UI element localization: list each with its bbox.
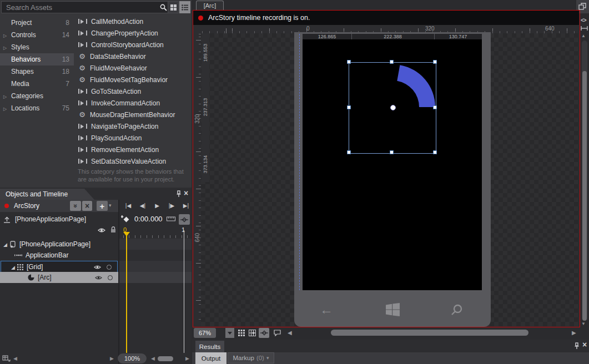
- playhead-line[interactable]: [126, 232, 127, 353]
- horizontal-scrollbar-thumb[interactable]: [331, 330, 528, 336]
- vertical-scrollbar-thumb[interactable]: [582, 71, 587, 321]
- grid-line-adorner[interactable]: [299, 34, 300, 290]
- asset-item[interactable]: GoToStateAction: [74, 85, 192, 97]
- tree-row-phoneapplicationpage[interactable]: [PhoneApplicationPage]: [0, 239, 118, 250]
- snap-to-snaplines-button[interactable]: [259, 328, 269, 338]
- asset-item[interactable]: NavigateToPageAction: [74, 120, 192, 132]
- pin-icon[interactable]: [573, 342, 580, 350]
- asset-item[interactable]: FluidMoveSetTagBehavior: [74, 74, 192, 85]
- assets-category-categories[interactable]: Categories: [0, 90, 74, 102]
- assets-category-controls[interactable]: Controls14: [0, 29, 74, 41]
- zoom-dropdown-button[interactable]: [225, 328, 234, 338]
- asset-item[interactable]: MouseDragElementBehavior: [74, 109, 192, 120]
- resize-handle-s[interactable]: [390, 150, 394, 154]
- resize-handle-se[interactable]: [433, 150, 437, 154]
- resize-handle-nw[interactable]: [347, 60, 351, 64]
- asset-item[interactable]: SetDataStoreValueAction: [74, 155, 192, 167]
- show-annotations-button[interactable]: [273, 328, 282, 338]
- output-tab[interactable]: Output: [195, 352, 226, 364]
- expander-icon[interactable]: [3, 240, 7, 248]
- resize-handle-ne[interactable]: [433, 60, 437, 64]
- timeline-scroll-left-arrow[interactable]: [151, 356, 155, 361]
- resize-handle-n[interactable]: [390, 60, 394, 64]
- new-storyboard-button[interactable]: [97, 201, 108, 211]
- xaml-view-icon[interactable]: [581, 16, 586, 24]
- close-icon[interactable]: [582, 340, 587, 349]
- assets-category-behaviors[interactable]: Behaviors13: [0, 53, 74, 65]
- playhead-marker[interactable]: [123, 232, 130, 236]
- scope-up-icon[interactable]: [3, 216, 11, 223]
- asset-item[interactable]: InvokeCommandAction: [74, 97, 192, 109]
- markup-tab[interactable]: Markup (0): [228, 352, 274, 363]
- asset-item[interactable]: RemoveElementAction: [74, 144, 192, 155]
- go-to-first-frame-button[interactable]: [122, 203, 134, 209]
- split-view-icon[interactable]: [581, 26, 588, 31]
- document-tab-arc[interactable]: [Arc]: [196, 1, 224, 10]
- expander-icon[interactable]: [0, 31, 11, 39]
- storyboard-options-dropdown[interactable]: [109, 203, 112, 208]
- tree-row-arc-selected[interactable]: [Arc]: [0, 272, 118, 283]
- artboard-scroll-right-arrow[interactable]: [572, 330, 576, 336]
- snap-toggle-button[interactable]: [179, 214, 190, 225]
- search-assets-input[interactable]: Search Assets: [1, 1, 171, 13]
- animation-ring-icon[interactable]: [107, 265, 112, 270]
- artboard-scroll-left-arrow[interactable]: [288, 330, 292, 336]
- visibility-eye-icon[interactable]: [94, 265, 101, 270]
- timeline-zoom-field[interactable]: 100%: [118, 353, 147, 363]
- asset-item[interactable]: CallMethodAction: [74, 16, 192, 27]
- record-keyframe-icon[interactable]: [121, 215, 129, 223]
- assets-category-project[interactable]: Project8: [0, 17, 74, 29]
- expander-icon[interactable]: [0, 92, 11, 100]
- animation-ring-icon[interactable]: [108, 275, 113, 280]
- resize-handle-e[interactable]: [433, 105, 437, 109]
- resize-handle-sw[interactable]: [347, 150, 351, 154]
- visibility-eye-icon[interactable]: [95, 275, 102, 280]
- timeline-ruler-icon[interactable]: [167, 216, 175, 221]
- timeline-track[interactable]: [119, 261, 192, 272]
- center-point-handle[interactable]: [390, 105, 396, 110]
- close-icon[interactable]: [184, 189, 188, 198]
- resize-handle-w[interactable]: [347, 105, 351, 109]
- timeline-scrollbar-thumb[interactable]: [158, 356, 173, 361]
- float-panel-icon[interactable]: [578, 2, 587, 11]
- scroll-up-arrow[interactable]: [581, 33, 586, 38]
- results-tab[interactable]: Results: [195, 341, 224, 352]
- visibility-column-eye-icon[interactable]: [98, 228, 105, 233]
- timeline-track[interactable]: [119, 239, 192, 250]
- assets-category-media[interactable]: Media7: [0, 78, 74, 90]
- timeline-scroll-right-arrow[interactable]: [185, 356, 189, 361]
- snap-to-grid-button[interactable]: [248, 328, 257, 338]
- play-button[interactable]: [151, 203, 163, 209]
- list-view-button[interactable]: [179, 1, 190, 13]
- asset-item[interactable]: DataStateBehavior: [74, 50, 192, 62]
- asset-item[interactable]: ControlStoryboardAction: [74, 39, 192, 50]
- go-to-last-frame-button[interactable]: [180, 203, 192, 209]
- assets-category-shapes[interactable]: Shapes18: [0, 65, 74, 78]
- pin-icon[interactable]: [175, 190, 182, 198]
- tree-scroll-right-arrow[interactable]: [110, 356, 114, 361]
- lock-column-icon[interactable]: [110, 226, 117, 234]
- scope-up-row[interactable]: [PhoneApplicationPage]: [0, 213, 118, 225]
- expander-icon[interactable]: [0, 104, 11, 112]
- tree-scroll-left-arrow[interactable]: [13, 356, 17, 361]
- timeline-track[interactable]: [119, 272, 192, 283]
- next-frame-button[interactable]: [165, 203, 178, 209]
- close-storyboard-button[interactable]: [82, 201, 92, 211]
- expander-icon[interactable]: [11, 263, 15, 271]
- artboard-zoom-field[interactable]: 67%: [194, 328, 216, 338]
- asset-item[interactable]: ChangePropertyAction: [74, 27, 192, 39]
- previous-frame-button[interactable]: [137, 203, 149, 209]
- scroll-down-arrow[interactable]: [581, 321, 586, 326]
- expander-icon[interactable]: [0, 43, 11, 51]
- timeline-ruler-ticks[interactable]: [123, 235, 188, 238]
- tree-row-grid[interactable]: [Grid]: [1, 261, 118, 273]
- timeline-view-options-icon[interactable]: [2, 355, 11, 362]
- asset-item[interactable]: PlaySoundAction: [74, 132, 192, 144]
- collapse-all-button[interactable]: [70, 201, 81, 211]
- grid-view-button[interactable]: [168, 1, 179, 13]
- show-grid-button[interactable]: [236, 328, 246, 338]
- tree-row-applicationbar[interactable]: ApplicationBar: [0, 250, 118, 261]
- search-icon[interactable]: [160, 4, 167, 11]
- asset-item[interactable]: FluidMoveBehavior: [74, 62, 192, 74]
- assets-category-locations[interactable]: Locations75: [0, 102, 74, 114]
